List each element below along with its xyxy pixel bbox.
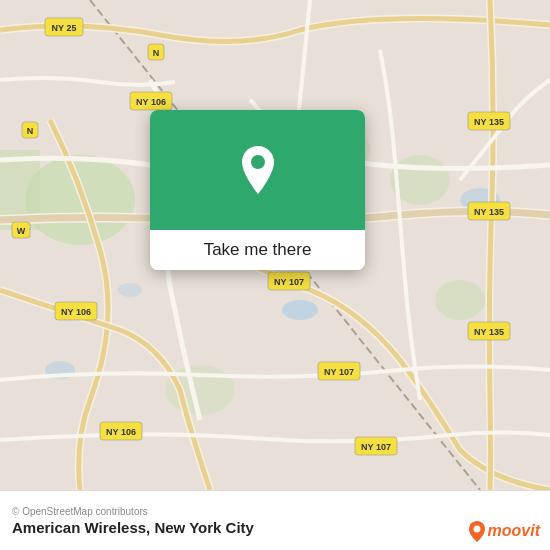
svg-text:N: N xyxy=(27,126,34,136)
svg-text:NY 135: NY 135 xyxy=(474,327,504,337)
place-name: American Wireless, New York City xyxy=(12,519,254,536)
location-pin-icon xyxy=(237,144,279,196)
svg-point-4 xyxy=(435,280,485,320)
popup-label-area[interactable]: Take me there xyxy=(150,230,365,270)
map-container: NY 25 N NY 106 N W NY 10 NY 107 NY 107 N… xyxy=(0,0,550,490)
moovit-pin-icon xyxy=(468,520,486,542)
svg-text:NY 106: NY 106 xyxy=(136,97,166,107)
svg-text:NY 107: NY 107 xyxy=(361,442,391,452)
svg-text:W: W xyxy=(17,226,26,236)
popup-card: Take me there xyxy=(150,110,365,270)
svg-text:NY 107: NY 107 xyxy=(324,367,354,377)
svg-point-11 xyxy=(118,283,142,297)
svg-text:NY 25: NY 25 xyxy=(52,23,77,33)
take-me-there-button[interactable]: Take me there xyxy=(204,240,312,259)
popup-green-area xyxy=(150,110,365,230)
svg-text:NY 107: NY 107 xyxy=(274,277,304,287)
svg-point-42 xyxy=(473,526,480,533)
svg-point-41 xyxy=(251,155,265,169)
svg-point-7 xyxy=(282,300,318,320)
svg-text:NY 106: NY 106 xyxy=(61,307,91,317)
moovit-brand-text: moovit xyxy=(488,522,540,540)
svg-text:N: N xyxy=(153,48,160,58)
bottom-bar: © OpenStreetMap contributors American Wi… xyxy=(0,490,550,550)
svg-text:NY 135: NY 135 xyxy=(474,117,504,127)
svg-text:NY 106: NY 106 xyxy=(106,427,136,437)
map-attribution: © OpenStreetMap contributors xyxy=(12,506,538,517)
place-info: American Wireless, New York City xyxy=(12,519,538,536)
moovit-logo: moovit xyxy=(468,520,540,542)
svg-text:NY 135: NY 135 xyxy=(474,207,504,217)
